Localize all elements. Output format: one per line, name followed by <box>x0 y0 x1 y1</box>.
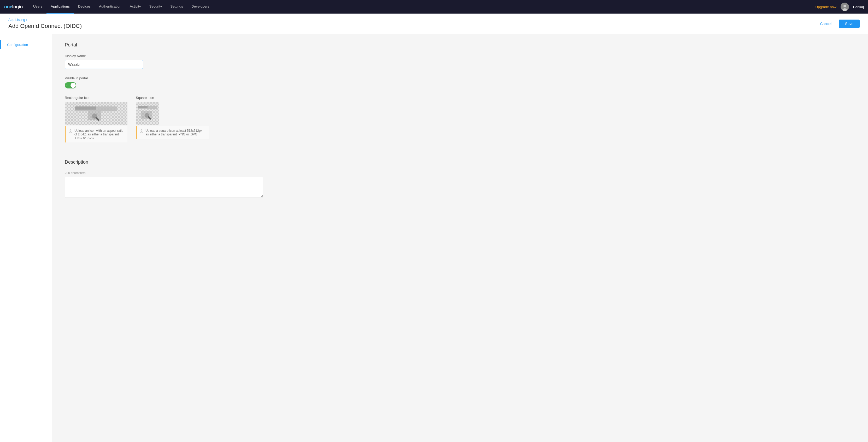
nav-item-devices[interactable]: Devices <box>74 0 95 13</box>
char-count: 200 characters <box>65 171 856 175</box>
navigation: onelogin Users Applications Devices Auth… <box>0 0 868 13</box>
display-name-group: Display Name <box>65 54 856 69</box>
page-header-left: App Listing / Add OpenId Connect (OIDC) <box>8 18 82 30</box>
toggle-knob <box>70 83 76 88</box>
nav-item-activity[interactable]: Activity <box>126 0 145 13</box>
square-icon-info-box: ⓘ Upload a square icon at least 512x512p… <box>136 126 209 139</box>
description-title: Description <box>65 160 856 165</box>
nav-items: Users Applications Devices Authenticatio… <box>29 0 815 13</box>
rectangular-icon-label: Rectangular Icon <box>65 96 127 100</box>
nav-item-security[interactable]: Security <box>145 0 166 13</box>
save-button[interactable]: Save <box>839 20 860 28</box>
section-divider <box>65 151 856 151</box>
info-icon-square: ⓘ <box>140 129 143 134</box>
rect-icon-info-box: ⓘ Upload an icon with an aspect-ratio of… <box>65 126 127 142</box>
svg-rect-9 <box>138 106 148 108</box>
sidebar-item-configuration[interactable]: Configuration <box>0 40 52 49</box>
nav-item-settings[interactable]: Settings <box>166 0 187 13</box>
info-icon-rect: ⓘ <box>69 129 72 134</box>
rectangular-icon-preview[interactable] <box>65 102 127 125</box>
nav-item-users[interactable]: Users <box>29 0 46 13</box>
display-name-label: Display Name <box>65 54 856 58</box>
visible-in-portal-label: Visible in portal <box>65 76 856 80</box>
page-header: App Listing / Add OpenId Connect (OIDC) … <box>0 13 868 34</box>
display-name-input[interactable] <box>65 60 143 69</box>
rectangular-icon-group: Rectangular Icon <box>65 96 127 142</box>
logo[interactable]: onelogin <box>4 4 23 10</box>
toggle-container: ✓ <box>65 82 856 89</box>
square-icon-info-text: Upload a square icon at least 512x512px … <box>146 129 206 136</box>
portal-section: Portal Display Name Visible in portal ✓ <box>65 42 856 142</box>
logo-text: onelogin <box>4 4 23 10</box>
nav-item-authentication[interactable]: Authentication <box>95 0 126 13</box>
rect-icon-info-text: Upload an icon with an aspect-ratio of 2… <box>74 129 124 140</box>
square-icon-group: Square Icon <box>136 96 209 142</box>
cancel-button[interactable]: Cancel <box>816 20 836 28</box>
user-name: Pankaj <box>853 5 864 9</box>
nav-right: Upgrade now Pankaj <box>815 3 864 11</box>
page-title: Add OpenId Connect (OIDC) <box>8 23 82 30</box>
header-actions: Cancel Save <box>816 20 860 28</box>
description-textarea[interactable] <box>65 177 263 198</box>
square-checkerboard <box>136 102 159 125</box>
icon-uploads: Rectangular Icon <box>65 96 856 142</box>
nav-item-developers[interactable]: Developers <box>187 0 213 13</box>
square-icon-preview[interactable] <box>136 102 159 125</box>
portal-title: Portal <box>65 42 856 48</box>
rect-placeholder-svg <box>72 104 120 123</box>
breadcrumb[interactable]: App Listing / <box>8 18 82 22</box>
svg-point-1 <box>843 5 846 7</box>
upgrade-button[interactable]: Upgrade now <box>815 5 836 9</box>
description-section: Description 200 characters <box>65 160 856 199</box>
square-placeholder-svg <box>137 104 158 123</box>
main-layout: Configuration Portal Display Name Visibl… <box>0 34 868 442</box>
sidebar: Configuration <box>0 34 52 442</box>
toggle-check-icon: ✓ <box>66 84 68 87</box>
avatar[interactable] <box>841 3 849 11</box>
rect-checkerboard <box>65 102 127 125</box>
square-icon-label: Square Icon <box>136 96 209 100</box>
main-content: Portal Display Name Visible in portal ✓ <box>52 34 868 442</box>
visible-in-portal-toggle[interactable]: ✓ <box>65 82 76 89</box>
svg-rect-4 <box>75 106 96 110</box>
nav-item-applications[interactable]: Applications <box>46 0 74 13</box>
visible-in-portal-group: Visible in portal ✓ <box>65 76 856 89</box>
